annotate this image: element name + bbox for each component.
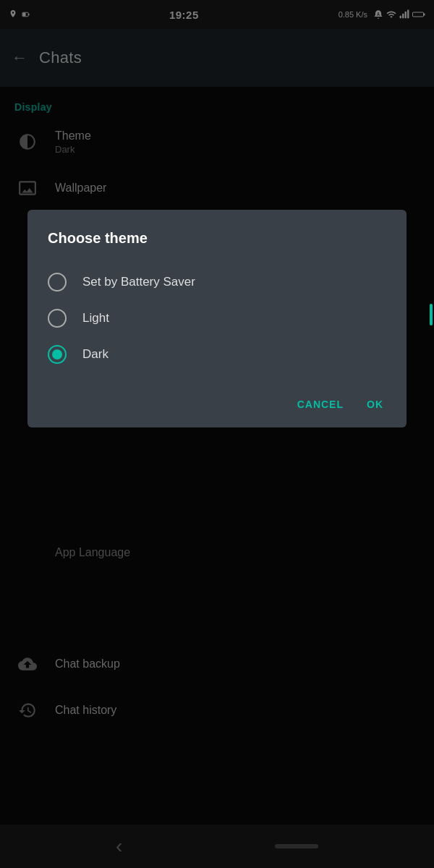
radio-label-dark: Dark (82, 347, 109, 362)
radio-circle-battery (48, 273, 67, 292)
radio-option-light[interactable]: Light (48, 300, 386, 336)
radio-circle-light (48, 309, 67, 328)
cancel-button[interactable]: CANCEL (294, 393, 346, 416)
radio-label-battery: Set by Battery Saver (82, 275, 195, 289)
radio-option-battery[interactable]: Set by Battery Saver (48, 264, 386, 300)
radio-option-dark[interactable]: Dark (48, 336, 386, 373)
radio-circle-dark (48, 345, 67, 364)
radio-label-light: Light (82, 311, 109, 326)
dialog-title: Choose theme (48, 230, 386, 247)
ok-button[interactable]: OK (364, 393, 386, 416)
dialog-buttons: CANCEL OK (48, 387, 386, 416)
choose-theme-dialog: Choose theme Set by Battery Saver Light … (27, 210, 407, 427)
dialog-overlay[interactable] (0, 0, 434, 868)
scrollbar-indicator (430, 304, 433, 326)
